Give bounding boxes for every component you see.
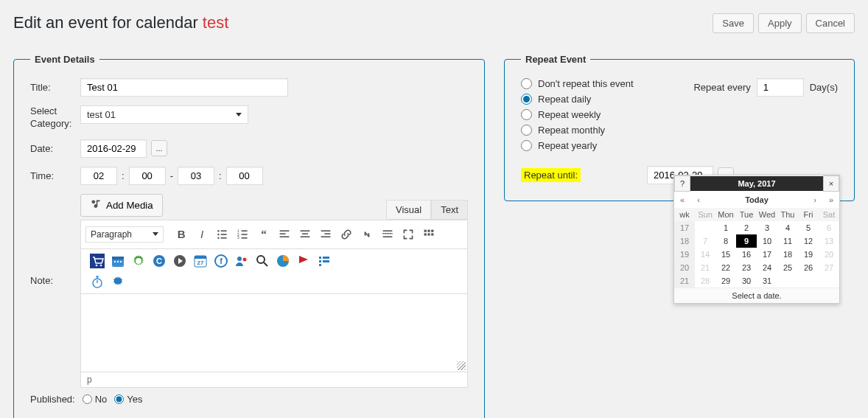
calendar-day[interactable]: 4 bbox=[777, 221, 798, 234]
calendar-day[interactable]: 28 bbox=[695, 274, 715, 288]
calendar-day[interactable]: 21 bbox=[695, 261, 715, 274]
globe-c-icon[interactable]: C bbox=[152, 254, 167, 268]
cancel-button[interactable]: Cancel bbox=[806, 13, 855, 33]
calendar-day[interactable]: 8 bbox=[715, 234, 736, 248]
gear-blue-icon[interactable] bbox=[111, 274, 125, 289]
calendar-day[interactable]: 11 bbox=[777, 234, 798, 248]
calendar-day[interactable]: 27 bbox=[819, 261, 839, 274]
calendar-day[interactable]: 18 bbox=[777, 248, 798, 261]
calendar-day[interactable]: 26 bbox=[798, 261, 819, 274]
category-select[interactable]: test 01 bbox=[80, 105, 248, 124]
calendar-day[interactable]: 19 bbox=[798, 248, 819, 261]
numbered-list-icon[interactable]: 123 bbox=[234, 225, 253, 244]
repeat-daily[interactable]: Repeat daily bbox=[521, 94, 680, 105]
repeat-monthly[interactable]: Repeat monthly bbox=[521, 125, 680, 136]
calendar-day[interactable]: 2 bbox=[736, 221, 757, 234]
apply-button[interactable]: Apply bbox=[758, 13, 802, 33]
calendar-day[interactable]: 16 bbox=[736, 248, 757, 261]
calendar-day[interactable]: 25 bbox=[777, 261, 798, 274]
unlink-icon[interactable] bbox=[357, 225, 377, 244]
calendar-day[interactable]: 9 bbox=[736, 234, 757, 248]
calendar-day[interactable]: 5 bbox=[798, 221, 819, 234]
calendar-day[interactable]: 17 bbox=[757, 248, 777, 261]
play-circle-icon[interactable] bbox=[172, 254, 187, 268]
time-end-hour[interactable] bbox=[178, 167, 214, 185]
calendar-day[interactable]: 3 bbox=[757, 221, 777, 234]
tab-visual[interactable]: Visual bbox=[386, 200, 431, 220]
calendar-day[interactable]: 22 bbox=[715, 261, 736, 274]
calendar-blue-icon[interactable] bbox=[111, 254, 125, 268]
svg-point-50 bbox=[257, 256, 265, 263]
format-select[interactable]: Paragraph bbox=[85, 226, 164, 243]
time-start-min[interactable] bbox=[129, 167, 166, 185]
calendar-day[interactable]: 1 bbox=[715, 221, 736, 234]
stopwatch-icon[interactable] bbox=[90, 274, 105, 289]
search-icon[interactable] bbox=[255, 254, 270, 268]
calendar-day[interactable]: 6 bbox=[819, 221, 839, 234]
editor-body[interactable] bbox=[80, 294, 468, 372]
calendar-day[interactable]: 30 bbox=[736, 274, 757, 288]
align-right-icon[interactable] bbox=[316, 225, 335, 244]
svg-text:3: 3 bbox=[237, 236, 239, 240]
align-center-icon[interactable] bbox=[295, 225, 315, 244]
calendar-month-label[interactable]: May, 2017 bbox=[690, 176, 823, 191]
title-input[interactable] bbox=[80, 78, 288, 97]
calendar-day[interactable]: 10 bbox=[757, 234, 777, 248]
calendar-prev-year[interactable]: « bbox=[674, 192, 690, 208]
calendar-next-year[interactable]: » bbox=[823, 192, 839, 208]
repeat-yearly[interactable]: Repeat yearly bbox=[521, 140, 680, 151]
cart-icon[interactable] bbox=[90, 254, 105, 268]
svg-text:27: 27 bbox=[197, 259, 204, 266]
time-start-hour[interactable] bbox=[80, 167, 117, 185]
f-circle-icon[interactable]: f bbox=[214, 254, 228, 268]
flag-red-icon[interactable] bbox=[296, 254, 311, 268]
calendar-day[interactable]: 24 bbox=[757, 261, 777, 274]
calendar-day[interactable]: 15 bbox=[715, 248, 736, 261]
calendar-close-button[interactable]: × bbox=[823, 175, 839, 192]
svg-rect-39 bbox=[120, 261, 122, 262]
repeat-weekly[interactable]: Repeat weekly bbox=[521, 109, 680, 120]
tab-text[interactable]: Text bbox=[431, 200, 468, 220]
align-left-icon[interactable] bbox=[275, 225, 294, 244]
globe-orange-icon[interactable] bbox=[276, 254, 290, 268]
calendar-day[interactable]: 29 bbox=[715, 274, 736, 288]
svg-rect-19 bbox=[321, 230, 331, 231]
svg-text:f: f bbox=[220, 257, 223, 265]
svg-rect-10 bbox=[242, 234, 248, 235]
list-blue-icon[interactable] bbox=[317, 254, 332, 268]
calendar-day[interactable]: 31 bbox=[757, 274, 777, 288]
published-no[interactable]: No bbox=[83, 394, 108, 405]
bold-icon[interactable]: B bbox=[172, 225, 191, 244]
repeat-none[interactable]: Don't repeat this event bbox=[521, 78, 680, 89]
time-end-min[interactable] bbox=[226, 167, 263, 185]
calendar-day[interactable]: 23 bbox=[736, 261, 757, 274]
read-more-icon[interactable] bbox=[378, 225, 397, 244]
link-icon[interactable] bbox=[337, 225, 356, 244]
calendar-day[interactable]: 12 bbox=[798, 234, 819, 248]
calendar-today-button[interactable]: Today bbox=[707, 192, 807, 207]
date-picker-button[interactable]: ... bbox=[151, 140, 167, 156]
resize-handle-icon[interactable] bbox=[457, 361, 466, 370]
people-icon[interactable] bbox=[234, 254, 249, 268]
italic-icon[interactable]: I bbox=[192, 225, 211, 244]
calendar-day[interactable]: 20 bbox=[819, 248, 839, 261]
save-button[interactable]: Save bbox=[713, 13, 754, 33]
calendar-dow: Sun bbox=[695, 208, 715, 221]
calendar-day[interactable]: 7 bbox=[695, 234, 715, 248]
calendar-dow: Mon bbox=[715, 208, 736, 221]
repeat-every-input[interactable] bbox=[757, 78, 804, 97]
fullscreen-icon[interactable] bbox=[399, 225, 418, 244]
calendar-next-month[interactable]: › bbox=[807, 192, 823, 208]
add-media-button[interactable]: Add Media bbox=[80, 194, 163, 217]
gear-green-icon[interactable] bbox=[131, 254, 146, 268]
calendar-prev-month[interactable]: ‹ bbox=[690, 192, 707, 208]
bullet-list-icon[interactable] bbox=[213, 225, 232, 244]
calendar-day[interactable]: 14 bbox=[695, 248, 715, 261]
published-yes[interactable]: Yes bbox=[114, 394, 142, 405]
calendar-help-button[interactable]: ? bbox=[674, 175, 690, 192]
toolbar-toggle-icon[interactable] bbox=[419, 225, 438, 244]
quote-icon[interactable]: “ bbox=[254, 225, 273, 244]
date-input[interactable] bbox=[80, 139, 147, 158]
calendar-day[interactable]: 13 bbox=[819, 234, 839, 248]
calendar-27-icon[interactable]: 27 bbox=[193, 254, 208, 268]
